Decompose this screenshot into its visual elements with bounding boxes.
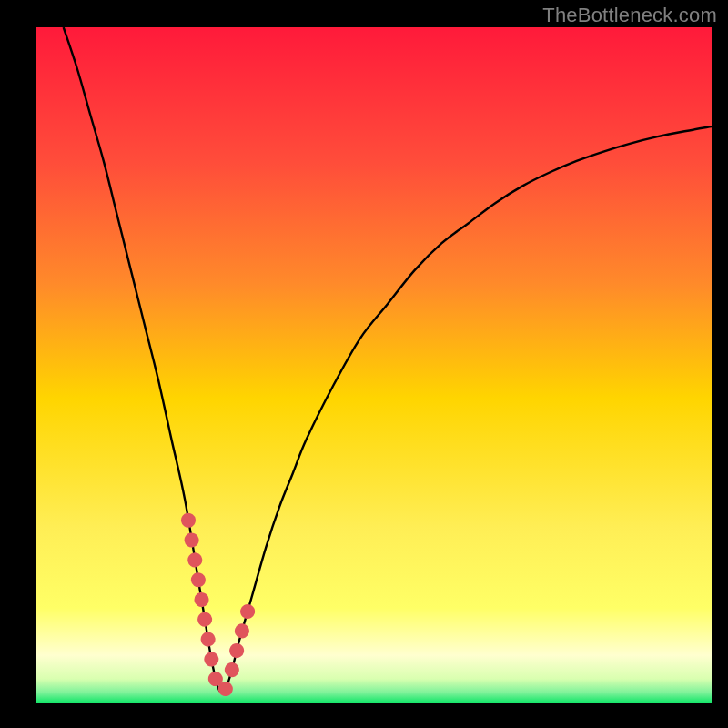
- plot-background: [36, 27, 712, 703]
- chart-frame: TheBottleneck.com: [0, 0, 728, 728]
- bottleneck-curve-chart: [0, 0, 728, 728]
- watermark-text: TheBottleneck.com: [542, 4, 717, 27]
